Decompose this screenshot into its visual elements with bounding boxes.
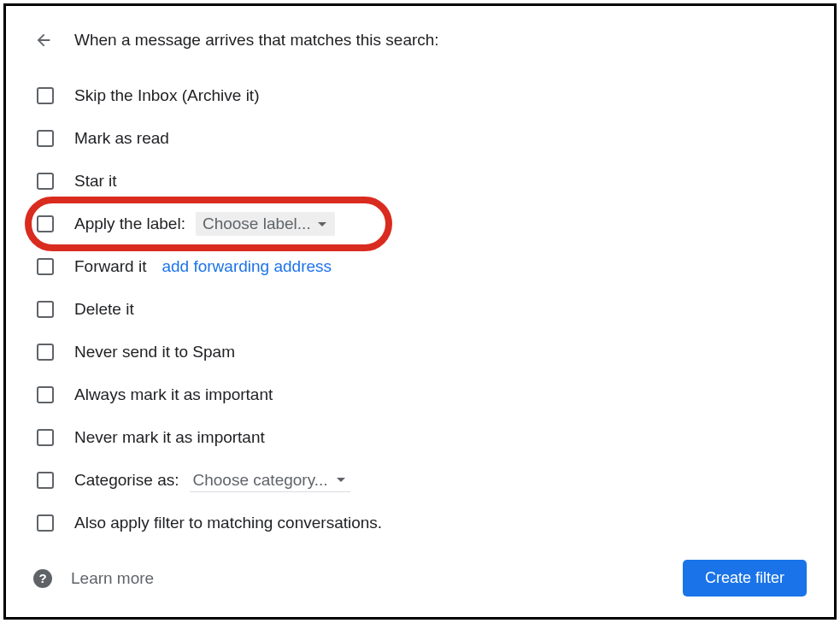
help-icon[interactable]: ? — [33, 569, 52, 588]
text-apply-label: Apply the label: — [74, 215, 185, 233]
label-mark-read: Mark as read — [74, 129, 169, 148]
option-categorise: Categorise as: Choose category... — [35, 459, 807, 502]
option-skip-inbox: Skip the Inbox (Archive it) — [35, 74, 807, 117]
label-never-spam: Never send it to Spam — [74, 343, 235, 361]
option-never-spam: Never send it to Spam — [35, 331, 807, 373]
create-filter-button[interactable]: Create filter — [683, 560, 807, 597]
option-never-important: Never mark it as important — [35, 416, 807, 459]
dropdown-choose-category[interactable]: Choose category... — [190, 469, 350, 492]
dialog-header: When a message arrives that matches this… — [33, 30, 807, 50]
filter-dialog: When a message arrives that matches this… — [3, 3, 837, 620]
checkbox-forward-it[interactable] — [37, 258, 54, 275]
checkbox-never-important[interactable] — [37, 429, 54, 446]
label-always-important: Always mark it as important — [74, 385, 273, 404]
caret-down-icon — [337, 478, 345, 482]
dialog-footer: ? Learn more Create filter — [33, 560, 807, 597]
option-delete-it: Delete it — [35, 288, 807, 331]
option-mark-read: Mark as read — [35, 117, 807, 160]
back-arrow-icon[interactable] — [33, 30, 54, 50]
link-learn-more[interactable]: Learn more — [71, 569, 154, 588]
footer-left: ? Learn more — [33, 569, 154, 588]
option-also-apply: Also apply filter to matching conversati… — [35, 502, 807, 544]
label-star-it: Star it — [74, 172, 117, 191]
filter-options-list: Skip the Inbox (Archive it) Mark as read… — [35, 74, 807, 544]
text-categorise: Categorise as: — [74, 471, 179, 490]
checkbox-apply-label[interactable] — [37, 215, 54, 232]
option-always-important: Always mark it as important — [35, 373, 807, 416]
checkbox-delete-it[interactable] — [37, 301, 54, 318]
option-apply-label: Apply the label: Choose label... — [35, 203, 807, 245]
caret-down-icon — [318, 222, 326, 226]
dropdown-choose-label-text: Choose label... — [203, 215, 311, 233]
label-never-important: Never mark it as important — [74, 428, 265, 447]
label-apply-label: Apply the label: Choose label... — [74, 212, 335, 236]
checkbox-never-spam[interactable] — [37, 344, 54, 361]
dialog-title: When a message arrives that matches this… — [74, 31, 439, 50]
label-categorise: Categorise as: Choose category... — [74, 469, 350, 492]
option-star-it: Star it — [35, 160, 807, 203]
label-delete-it: Delete it — [74, 300, 134, 319]
checkbox-categorise[interactable] — [37, 472, 54, 489]
label-skip-inbox: Skip the Inbox (Archive it) — [74, 86, 259, 105]
label-forward-it: Forward it add forwarding address — [74, 257, 332, 276]
label-also-apply: Also apply filter to matching conversati… — [74, 514, 382, 532]
link-add-forwarding-address[interactable]: add forwarding address — [162, 257, 332, 276]
option-forward-it: Forward it add forwarding address — [35, 245, 807, 288]
dropdown-choose-label[interactable]: Choose label... — [196, 212, 335, 236]
dropdown-choose-category-text: Choose category... — [193, 471, 328, 490]
checkbox-skip-inbox[interactable] — [37, 87, 54, 104]
checkbox-also-apply[interactable] — [37, 514, 54, 532]
checkbox-mark-read[interactable] — [37, 130, 54, 147]
checkbox-always-important[interactable] — [37, 386, 54, 403]
text-forward-it: Forward it — [74, 257, 146, 276]
checkbox-star-it[interactable] — [37, 173, 54, 190]
